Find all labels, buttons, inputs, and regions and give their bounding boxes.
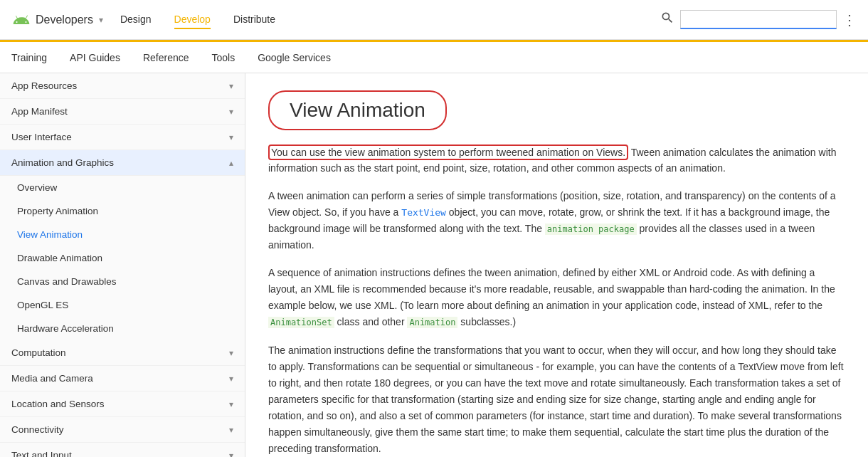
chevron-icon: ▾: [229, 399, 233, 409]
sidebar-label-computation: Computation: [11, 347, 66, 358]
nav-design[interactable]: Design: [120, 11, 152, 29]
chevron-icon: ▾: [229, 425, 233, 435]
logo-chevron-icon: ▾: [99, 15, 103, 25]
para3-text2: class and other: [337, 316, 405, 327]
animation-link[interactable]: Animation: [407, 317, 457, 328]
sidebar-item-computation[interactable]: Computation ▾: [0, 340, 245, 366]
nav-distribute[interactable]: Distribute: [233, 11, 275, 29]
chevron-icon: ▾: [229, 132, 233, 142]
nav-develop[interactable]: Develop: [174, 11, 211, 29]
sidebar-subitem-overview[interactable]: Overview: [0, 176, 245, 199]
paragraph-3: A sequence of animation instructions def…: [268, 265, 845, 330]
sidebar-subitem-hardware-acceleration[interactable]: Hardware Acceleration: [0, 317, 245, 340]
logo-text: Developers: [36, 14, 93, 26]
content-area: View Animation You can use the view anim…: [245, 73, 868, 457]
more-options-button[interactable]: ⋮: [842, 11, 857, 28]
chevron-up-icon: ▴: [229, 158, 233, 168]
sidebar-subitem-opengl-es[interactable]: OpenGL ES: [0, 293, 245, 317]
top-nav-links: Design Develop Distribute: [120, 11, 660, 29]
top-navigation: Developers ▾ Design Develop Distribute ⋮: [0, 0, 868, 40]
chevron-icon: ▾: [229, 374, 233, 384]
animset-link[interactable]: AnimationSet: [268, 317, 334, 328]
page-title-box: View Animation: [268, 90, 447, 130]
sidebar-subitem-canvas-drawables[interactable]: Canvas and Drawables: [0, 270, 245, 293]
sec-nav-tools[interactable]: Tools: [211, 43, 235, 72]
sidebar-label-text-input: Text and Input: [11, 450, 72, 457]
sidebar-label-app-manifest: App Manifest: [11, 106, 68, 117]
page-title: View Animation: [290, 99, 425, 122]
sidebar-subitem-drawable-animation[interactable]: Drawable Animation: [0, 246, 245, 270]
top-nav-right: ⋮: [660, 10, 857, 29]
main-layout: App Resources ▾ App Manifest ▾ User Inte…: [0, 73, 868, 457]
search-input[interactable]: [680, 10, 837, 29]
sidebar: App Resources ▾ App Manifest ▾ User Inte…: [0, 73, 245, 457]
sec-nav-google-services[interactable]: Google Services: [258, 43, 331, 72]
secondary-navigation: Training API Guides Reference Tools Goog…: [0, 42, 868, 73]
sidebar-item-media-camera[interactable]: Media and Camera ▾: [0, 366, 245, 392]
anim-package-link[interactable]: animation package: [545, 224, 637, 235]
sidebar-subitem-view-animation[interactable]: View Animation: [0, 223, 245, 246]
logo-area[interactable]: Developers ▾: [11, 10, 103, 30]
sidebar-label-animation-graphics: Animation and Graphics: [11, 157, 114, 168]
sidebar-item-text-input[interactable]: Text and Input ▾: [0, 443, 245, 457]
chevron-icon: ▾: [229, 107, 233, 117]
intro-paragraph: You can use the view animation system to…: [268, 145, 845, 177]
textview-link[interactable]: TextView: [401, 207, 446, 218]
sidebar-label-media-camera: Media and Camera: [11, 373, 93, 384]
sidebar-label-connectivity: Connectivity: [11, 424, 64, 435]
paragraph-2: A tween animation can perform a series o…: [268, 188, 845, 253]
chevron-icon: ▾: [229, 451, 233, 458]
para3-text1: A sequence of animation instructions def…: [268, 267, 835, 311]
sidebar-item-animation-graphics[interactable]: Animation and Graphics ▴: [0, 150, 245, 176]
paragraph-4: The animation instructions define the tr…: [268, 342, 845, 457]
sidebar-label-location-sensors: Location and Sensors: [11, 399, 105, 409]
android-logo-icon: [11, 10, 31, 30]
para3-text3: subclasses.): [460, 316, 516, 327]
chevron-icon: ▾: [229, 81, 233, 91]
search-button[interactable]: [660, 11, 674, 28]
search-icon: [660, 11, 674, 25]
chevron-icon: ▾: [229, 348, 233, 358]
sec-nav-reference[interactable]: Reference: [143, 43, 189, 72]
sec-nav-training[interactable]: Training: [11, 43, 47, 72]
sidebar-label-user-interface: User Interface: [11, 132, 72, 142]
sidebar-label-app-resources: App Resources: [11, 80, 77, 91]
sec-nav-api-guides[interactable]: API Guides: [70, 43, 120, 72]
sidebar-item-app-resources[interactable]: App Resources ▾: [0, 73, 245, 99]
sidebar-item-app-manifest[interactable]: App Manifest ▾: [0, 99, 245, 125]
sidebar-subitem-property-animation[interactable]: Property Animation: [0, 199, 245, 223]
sidebar-item-user-interface[interactable]: User Interface ▾: [0, 125, 245, 150]
sidebar-item-location-sensors[interactable]: Location and Sensors ▾: [0, 392, 245, 417]
sidebar-item-connectivity[interactable]: Connectivity ▾: [0, 417, 245, 443]
highlighted-sentence: You can use the view animation system to…: [268, 145, 628, 160]
